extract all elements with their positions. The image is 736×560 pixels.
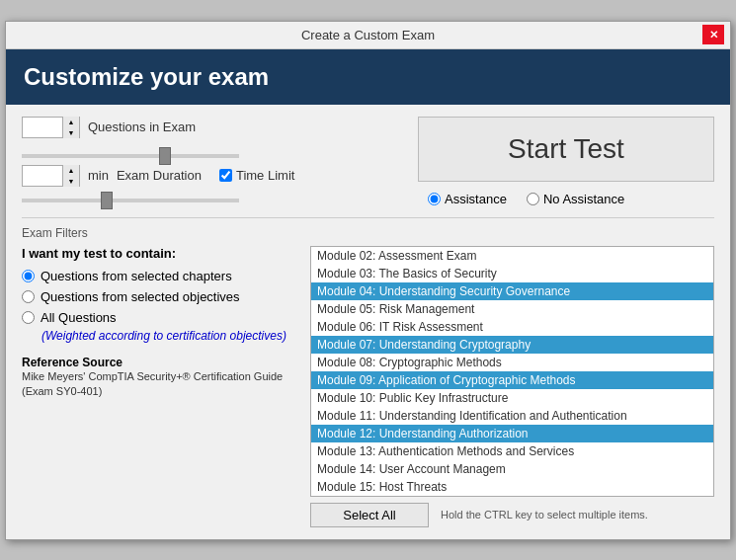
assistance-options: Assistance No Assistance (418, 192, 624, 206)
duration-up-arrow[interactable]: ▲ (63, 165, 79, 176)
reference-title: Reference Source (22, 356, 123, 369)
duration-slider[interactable] (22, 199, 239, 202)
questions-down-arrow[interactable]: ▼ (63, 127, 79, 138)
list-footer: Select All Hold the CTRL key to select m… (310, 503, 714, 527)
page-title: Customize your exam (24, 63, 712, 91)
duration-arrows: ▲ ▼ (62, 165, 79, 187)
filter-option-all[interactable]: All Questions (22, 310, 298, 325)
questions-label: Questions in Exam (88, 120, 196, 134)
duration-label: Exam Duration (117, 168, 202, 183)
filter-all-radio[interactable] (22, 311, 35, 324)
duration-down-arrow[interactable]: ▼ (63, 176, 79, 187)
assistance-option[interactable]: Assistance (428, 192, 507, 206)
questions-slider[interactable] (22, 154, 239, 158)
exam-filters-label: Exam Filters (22, 226, 714, 240)
list-item[interactable]: Module 12: Understanding Authorization (311, 425, 713, 442)
top-section: 134 ▲ ▼ Questions in Exam 70 (22, 117, 714, 209)
filters-content: I want my test to contain: Questions fro… (22, 246, 714, 527)
duration-row: 70 ▲ ▼ min Exam Duration Time Limit (22, 165, 402, 187)
duration-unit-label: min (88, 168, 109, 183)
close-button[interactable]: ✕ (702, 25, 724, 44)
no-assistance-radio[interactable] (527, 193, 539, 205)
duration-input[interactable]: 70 (23, 166, 62, 186)
filters-title: I want my test to contain: (22, 246, 298, 261)
start-test-button[interactable]: Start Test (418, 117, 714, 182)
assistance-radio[interactable] (428, 193, 441, 205)
list-item[interactable]: Module 04: Understanding Security Govern… (311, 282, 713, 300)
assistance-label: Assistance (445, 192, 507, 206)
left-controls: 134 ▲ ▼ Questions in Exam 70 (22, 117, 402, 209)
filter-all-label: All Questions (41, 310, 117, 325)
weighted-note: (Weighted according to certification obj… (41, 329, 298, 343)
list-item[interactable]: Module 05: Risk Management (311, 300, 713, 318)
right-list-panel: Module 02: Assessment ExamModule 03: The… (310, 246, 714, 527)
title-bar: Create a Custom Exam ✕ (6, 22, 730, 49)
main-content: 134 ▲ ▼ Questions in Exam 70 (6, 105, 730, 539)
select-all-button[interactable]: Select All (310, 503, 429, 527)
time-limit-row: Time Limit (219, 168, 294, 183)
right-panel: Start Test Assistance No Assistance (418, 117, 714, 206)
filter-chapters-label: Questions from selected chapters (41, 269, 232, 283)
list-item[interactable]: Module 06: IT Risk Assessment (311, 318, 713, 336)
questions-input[interactable]: 134 (23, 118, 62, 137)
list-item[interactable]: Module 07: Understanding Cryptography (311, 336, 713, 354)
time-limit-label: Time Limit (236, 168, 294, 183)
no-assistance-option[interactable]: No Assistance (527, 192, 624, 206)
module-list[interactable]: Module 02: Assessment ExamModule 03: The… (310, 246, 714, 497)
questions-row: 134 ▲ ▼ Questions in Exam (22, 117, 402, 138)
filter-option-objectives[interactable]: Questions from selected objectives (22, 289, 298, 304)
filter-chapters-radio[interactable] (22, 270, 35, 282)
questions-spinner[interactable]: 134 ▲ ▼ (22, 117, 80, 138)
questions-arrows: ▲ ▼ (62, 117, 79, 138)
questions-slider-container (22, 146, 239, 161)
left-filters: I want my test to contain: Questions fro… (22, 246, 298, 527)
duration-spinner[interactable]: 70 ▲ ▼ (22, 165, 80, 187)
main-window: Create a Custom Exam ✕ Customize your ex… (5, 21, 731, 540)
list-item[interactable]: Module 09: Application of Cryptographic … (311, 371, 713, 389)
questions-up-arrow[interactable]: ▲ (63, 117, 79, 127)
list-item[interactable]: Module 03: The Basics of Security (311, 265, 713, 282)
header-banner: Customize your exam (6, 49, 730, 105)
list-item[interactable]: Module 08: Cryptographic Methods (311, 354, 713, 371)
list-item[interactable]: Module 10: Public Key Infrastructure (311, 389, 713, 407)
list-item[interactable]: Module 15: Host Threats (311, 478, 713, 496)
list-item[interactable]: Module 11: Understanding Identification … (311, 407, 713, 425)
no-assistance-label: No Assistance (543, 192, 624, 206)
window-title: Create a Custom Exam (34, 28, 702, 42)
reference-text: Mike Meyers' CompTIA Security+® Certific… (22, 369, 298, 400)
exam-filters-section: Exam Filters I want my test to contain: … (22, 217, 714, 527)
ctrl-hint: Hold the CTRL key to select multiple ite… (441, 509, 648, 520)
filter-objectives-label: Questions from selected objectives (41, 289, 240, 304)
filter-option-chapters[interactable]: Questions from selected chapters (22, 269, 298, 283)
duration-slider-container (22, 191, 239, 205)
list-item[interactable]: Module 02: Assessment Exam (311, 247, 713, 265)
time-limit-checkbox[interactable] (219, 169, 232, 182)
reference-source: Reference Source Mike Meyers' CompTIA Se… (22, 355, 298, 400)
list-item[interactable]: Module 14: User Account Managem (311, 460, 713, 478)
filter-objectives-radio[interactable] (22, 290, 35, 303)
list-item[interactable]: Module 13: Authentication Methods and Se… (311, 442, 713, 460)
